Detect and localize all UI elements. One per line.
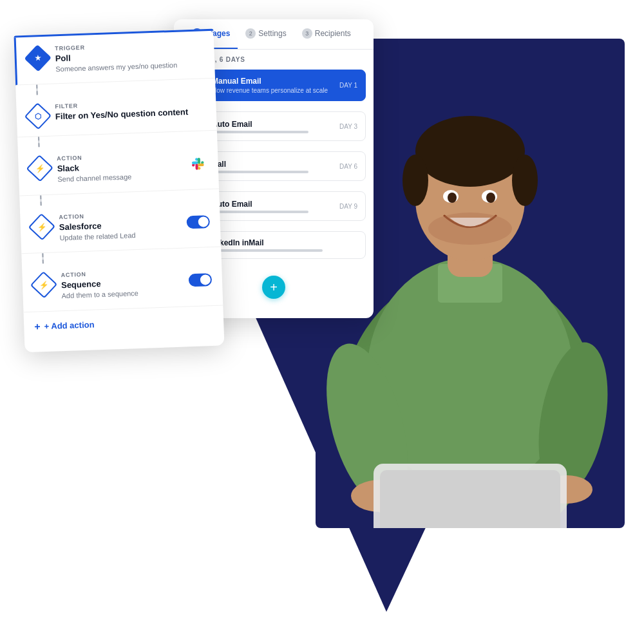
connector-2 [38,137,40,147]
tab-settings-label: Settings [258,29,286,38]
slack-logo-icon [187,153,208,175]
stage-3-day: DAY 6 [339,163,357,170]
sequence-toggle[interactable] [189,273,213,287]
stage-1-name: Manual Email [212,77,333,86]
salesforce-toggle[interactable] [186,215,210,229]
tab-settings-num: 2 [245,28,256,39]
stage-3-text: Call [212,160,333,173]
svg-point-13 [486,193,495,203]
svg-rect-20 [380,470,560,528]
svg-point-8 [402,155,428,206]
stage-2-text: Auto Email [212,120,333,133]
stage-2-day: DAY 3 [339,123,357,130]
add-action-button[interactable]: + + Add action [24,308,224,339]
stage-4-text: Auto Email [212,200,333,213]
action-sequence-content: ACTION Sequence Add them to a sequence [61,268,189,301]
connector-1 [36,85,38,95]
action-salesforce-item: ⚡ ACTION Salesforce Update the related L… [20,199,221,254]
svg-point-14 [428,213,512,245]
svg-point-9 [512,155,538,206]
tab-recipients-label: Recipients [315,29,351,38]
stage-1-day: DAY 1 [339,82,357,89]
stage-1-subtitle: How revenue teams personalize at scale [212,87,333,94]
stage-2-bar [212,131,308,133]
tab-recipients[interactable]: 3 Recipients [294,19,359,49]
action-slack-content: ACTION Slack Send channel message [57,151,187,185]
trigger-diamond: ★ [26,47,49,70]
trigger-item: ★ TRIGGER Poll Someone answers my yes/no… [14,31,215,86]
stage-5-name: LinkedIn inMail [208,238,351,247]
add-action-plus-icon: + [34,321,41,332]
action-sequence-item: ⚡ ACTION Sequence Add them to a sequence [22,258,223,312]
filter-item: ⬡ FILTER Filter on Yes/No question conte… [16,89,217,138]
filter-content: FILTER Filter on Yes/No question content [55,99,206,123]
trigger-content: TRIGGER Poll Someone answers my yes/no q… [55,40,204,74]
stage-1-text: Manual Email How revenue teams personali… [212,77,333,94]
connector-3 [40,195,42,205]
stage-2-name: Auto Email [212,120,333,129]
stage-3-name: Call [212,160,333,169]
action-salesforce-diamond: ⚡ [30,215,53,238]
filter-diamond: ⬡ [26,105,49,128]
stage-4-name: Auto Email [212,200,333,209]
connector-4 [42,253,44,263]
stage-3-bar [212,171,308,173]
add-stage-icon: + [270,280,278,295]
action-sequence-diamond: ⚡ [32,274,55,296]
action-slack-diamond: ⚡ [28,157,51,180]
action-salesforce-content: ACTION Salesforce Update the related Lea… [59,209,187,243]
add-action-label: + Add action [44,320,94,332]
add-stage-button[interactable]: + [262,276,285,299]
left-workflow-card: ★ TRIGGER Poll Someone answers my yes/no… [14,29,225,352]
stage-4-bar [212,211,308,213]
stage-4-day: DAY 9 [339,203,357,210]
stage-5-bar [208,249,323,252]
stage-5-text: LinkedIn inMail [208,238,351,252]
action-slack-item: ⚡ ACTION Slack Send channel message [18,141,219,196]
tab-recipients-num: 3 [302,28,312,39]
tab-settings[interactable]: 2 Settings [238,19,294,49]
svg-point-12 [448,193,457,203]
svg-point-7 [415,116,525,187]
